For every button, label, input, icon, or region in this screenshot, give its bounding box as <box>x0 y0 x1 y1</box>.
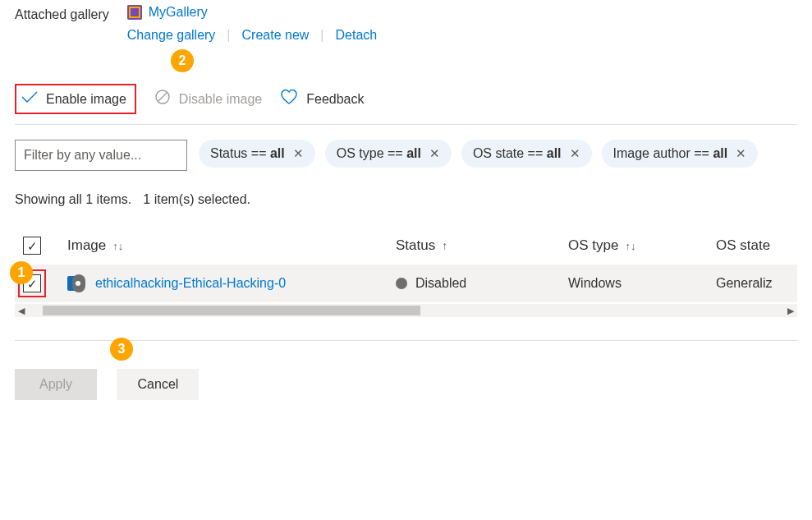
vm-image-icon <box>67 274 85 292</box>
annotation-badge-3: 3 <box>110 338 133 361</box>
heart-icon <box>280 89 298 109</box>
apply-button[interactable]: Apply <box>15 369 97 400</box>
close-icon[interactable]: ✕ <box>570 146 580 161</box>
create-new-link[interactable]: Create new <box>242 28 310 43</box>
images-table: ✓ Image ↑↓ Status ↑ OS type ↑↓ <box>15 227 797 302</box>
pill-value: all <box>713 146 727 160</box>
ostype-cell: Windows <box>560 265 708 302</box>
cancel-button[interactable]: Cancel <box>117 369 199 400</box>
annotation-badge-2: 2 <box>171 49 194 72</box>
sort-icon: ↑↓ <box>625 240 635 252</box>
filter-input[interactable] <box>15 140 187 171</box>
column-header-ostype[interactable]: OS type ↑↓ <box>568 237 635 254</box>
column-header-image[interactable]: Image ↑↓ <box>67 237 123 254</box>
table-row[interactable]: ✓ ethicalhacking-Ethical-Hacking-0 Disab… <box>15 265 797 302</box>
horizontal-scrollbar[interactable]: ◀ ▶ <box>15 304 797 317</box>
enable-image-label: Enable image <box>46 92 126 107</box>
close-icon[interactable]: ✕ <box>736 146 746 161</box>
feedback-button[interactable]: Feedback <box>280 89 364 109</box>
status-text: Disabled <box>415 276 466 290</box>
selected-count: 1 item(s) selected. <box>143 192 250 207</box>
close-icon[interactable]: ✕ <box>429 146 440 161</box>
column-header-osstate[interactable]: OS state <box>716 237 770 254</box>
sort-icon: ↑↓ <box>112 240 123 252</box>
scroll-right-icon[interactable]: ▶ <box>784 306 797 316</box>
enable-image-button[interactable]: Enable image <box>15 84 136 114</box>
feedback-label: Feedback <box>306 92 364 107</box>
image-toolbar: Enable image Disable image Feedback <box>15 77 797 125</box>
filter-pill-ostype[interactable]: OS type == all ✕ <box>325 140 452 168</box>
image-name-link[interactable]: ethicalhacking-Ethical-Hacking-0 <box>95 276 286 291</box>
osstate-cell: Generaliz <box>708 265 797 302</box>
column-label: OS state <box>716 237 770 254</box>
column-label: OS type <box>568 237 618 254</box>
pill-value: all <box>406 146 421 160</box>
separator: | <box>227 28 230 43</box>
prohibit-icon <box>154 89 171 109</box>
pill-value: all <box>270 146 285 160</box>
gallery-icon <box>127 5 142 20</box>
result-count: Showing all 1 items. 1 item(s) selected. <box>15 192 797 207</box>
sort-asc-icon: ↑ <box>442 239 447 252</box>
scroll-thumb[interactable] <box>43 306 420 315</box>
pill-value: all <box>547 146 562 160</box>
filter-bar: Status == all ✕ OS type == all ✕ OS stat… <box>15 140 797 171</box>
pill-label: Status == <box>210 146 270 160</box>
filter-pill-author[interactable]: Image author == all ✕ <box>602 140 759 168</box>
close-icon[interactable]: ✕ <box>293 146 304 161</box>
gallery-header: Attached gallery MyGallery Change galler… <box>15 5 797 43</box>
change-gallery-link[interactable]: Change gallery <box>127 28 216 43</box>
check-icon <box>21 90 38 108</box>
select-all-checkbox[interactable]: ✓ <box>23 237 41 255</box>
attached-gallery-label: Attached gallery <box>15 5 109 22</box>
disable-image-label: Disable image <box>179 92 262 107</box>
filter-pill-osstate[interactable]: OS state == all ✕ <box>461 140 592 168</box>
showing-count: Showing all 1 items. <box>15 192 131 207</box>
filter-pill-status[interactable]: Status == all ✕ <box>199 140 315 168</box>
column-label: Image <box>67 237 106 254</box>
scroll-left-icon[interactable]: ◀ <box>15 306 28 316</box>
gallery-name-link[interactable]: MyGallery <box>149 5 208 20</box>
svg-line-1 <box>158 93 167 102</box>
disable-image-button: Disable image <box>154 89 262 109</box>
pill-label: OS type == <box>337 146 406 160</box>
column-label: Status <box>396 237 435 254</box>
annotation-badge-1: 1 <box>10 261 33 284</box>
status-dot-icon <box>396 278 407 289</box>
detach-link[interactable]: Detach <box>336 28 378 43</box>
separator: | <box>320 28 323 43</box>
table-header-row: ✓ Image ↑↓ Status ↑ OS type ↑↓ <box>15 227 797 265</box>
column-header-status[interactable]: Status ↑ <box>396 237 447 254</box>
pill-label: OS state == <box>473 146 547 160</box>
pill-label: Image author == <box>613 146 713 160</box>
